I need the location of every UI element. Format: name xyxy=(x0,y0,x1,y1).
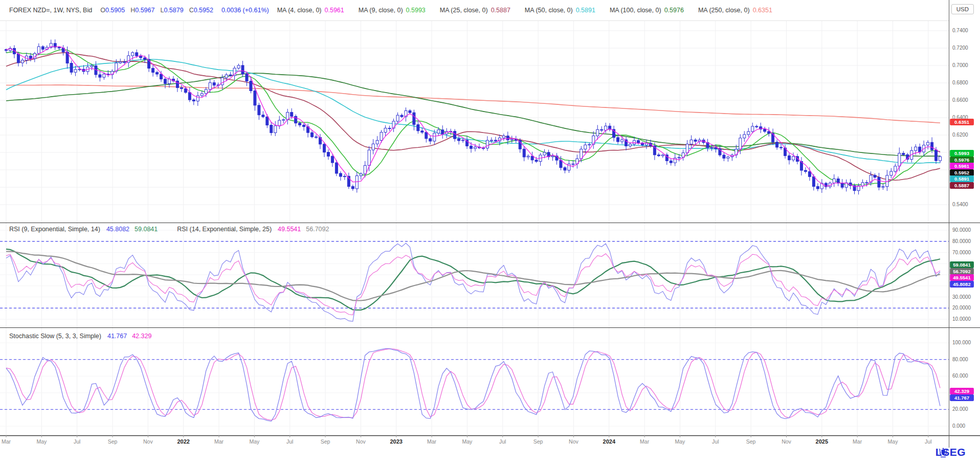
price-tick-label: 0.6200 xyxy=(952,132,968,138)
rsi-tick-label: 30.0000 xyxy=(952,294,971,300)
rsi-badge: 59.0841 xyxy=(950,261,974,268)
legend-value: 59.0841 xyxy=(135,226,158,233)
ma-legend: MA (4, close, 0)0.5961MA (9, close, 0)0.… xyxy=(277,7,772,14)
rsi-badge: 56.7092 xyxy=(950,268,974,275)
time-axis-label: Nov xyxy=(569,438,578,445)
time-axis-label: Nov xyxy=(782,438,791,445)
stoch-tick-label: 0.000 xyxy=(952,423,965,429)
price-tick-label: 0.7200 xyxy=(952,45,968,51)
rsi-tick-label: 70.0000 xyxy=(952,250,971,255)
rsi-panel[interactable] xyxy=(0,223,949,327)
rsi-badge: 49.5541 xyxy=(950,274,974,281)
stoch-tick-label: 80.000 xyxy=(952,357,968,362)
time-axis-label: May xyxy=(888,438,898,445)
legend-value: 45.8082 xyxy=(106,226,129,233)
chart-header: FOREX NZD=, 1W, NYS, Bid O0.5905H0.5967L… xyxy=(0,0,772,20)
time-axis-label: Sep xyxy=(321,438,330,445)
ohlc-values: O0.5905H0.5967L0.5879C0.5952 xyxy=(100,7,213,14)
price-badge: 0.5993 xyxy=(950,150,974,157)
lseg-crest-icon xyxy=(936,446,951,459)
stochastic-legend: Stochastic Slow (5, 3, 3, Simple) 41.767… xyxy=(9,333,151,340)
stochastic-legend-values: 41.76742.329 xyxy=(107,333,151,340)
ma-legend-item-250[interactable]: MA (250, close, 0)0.6351 xyxy=(698,7,772,14)
time-axis-label: Mar xyxy=(640,438,649,445)
currency-selector-button[interactable]: USD xyxy=(951,4,974,14)
time-axis-label: Nov xyxy=(143,438,153,445)
price-badge: 0.5961 xyxy=(950,163,974,169)
time-axis-label: Jul xyxy=(286,438,293,445)
ma-legend-item-9[interactable]: MA (9, close, 0)0.5993 xyxy=(359,7,426,14)
price-tick-label: 0.7000 xyxy=(952,62,968,68)
charting-app: FOREX NZD=, 1W, NYS, Bid O0.5905H0.5967L… xyxy=(0,0,980,463)
ma-legend-item-50[interactable]: MA (50, close, 0)0.5891 xyxy=(525,7,595,14)
time-axis-label: May xyxy=(675,438,685,445)
price-badge: 0.5976 xyxy=(950,157,974,163)
time-axis-label: Jul xyxy=(499,438,506,445)
price-panel[interactable] xyxy=(0,20,949,223)
price-badge: 0.5887 xyxy=(950,182,974,189)
stoch-badge: 41.767 xyxy=(950,394,974,401)
stochastic-legend-title[interactable]: Stochastic Slow (5, 3, 3, Simple) xyxy=(9,333,101,340)
rsi14-legend-values: 49.554156.7092 xyxy=(278,226,329,233)
stoch-tick-label: 60.000 xyxy=(952,373,968,379)
time-axis-label: Jul xyxy=(74,438,80,445)
time-axis-label: Jul xyxy=(712,438,719,445)
rsi9-legend-values: 45.808259.0841 xyxy=(106,226,158,233)
time-axis-label: 2023 xyxy=(390,438,402,445)
rsi-tick-label: 10.0000 xyxy=(952,316,971,322)
legend-value: 49.5541 xyxy=(278,226,301,233)
stoch-tick-label: 20.000 xyxy=(952,406,968,412)
time-axis-label: Nov xyxy=(356,438,366,445)
price-tick-label: 0.6600 xyxy=(952,97,968,103)
stochastic-panel[interactable] xyxy=(0,327,949,435)
instrument-title[interactable]: FOREX NZD=, 1W, NYS, Bid xyxy=(9,7,92,14)
ma-legend-item-100[interactable]: MA (100, close, 0)0.5976 xyxy=(610,7,684,14)
time-axis-label: 2024 xyxy=(603,438,615,445)
lseg-logo: LSEG xyxy=(936,446,966,458)
price-badge: 0.5952 xyxy=(950,169,974,176)
time-axis-label: Mar xyxy=(853,438,862,445)
legend-value: 42.329 xyxy=(132,333,151,340)
stoch-tick-label: 100.000 xyxy=(952,340,971,345)
rsi9-legend-title[interactable]: RSI (9, Exponential, Simple, 14) xyxy=(9,226,100,233)
rsi-legend: RSI (9, Exponential, Simple, 14) 45.8082… xyxy=(9,226,329,233)
rsi-tick-label: 20.0000 xyxy=(952,305,971,311)
time-axis-label: Mar xyxy=(214,438,224,445)
time-axis-label: Mar xyxy=(2,438,11,445)
time-axis-label: Jul xyxy=(925,438,931,445)
time-axis-label: May xyxy=(249,438,259,445)
price-tick-label: 0.7400 xyxy=(952,28,968,33)
stoch-badge: 42.329 xyxy=(950,388,974,394)
price-badge: 0.6351 xyxy=(950,119,974,125)
legend-value: 41.767 xyxy=(107,333,127,340)
ohlc-h: H0.5967 xyxy=(130,7,154,14)
rsi-tick-label: 90.0000 xyxy=(952,227,971,233)
rsi14-legend-title[interactable]: RSI (14, Exponential, Simple, 25) xyxy=(177,226,272,233)
ohlc-o: O0.5905 xyxy=(100,7,125,14)
time-axis-label: Sep xyxy=(533,438,543,445)
ma-legend-item-4[interactable]: MA (4, close, 0)0.5961 xyxy=(277,7,344,14)
time-axis-label: May xyxy=(36,438,47,445)
rsi-badge: 45.8082 xyxy=(950,281,974,288)
rsi-tick-label: 80.0000 xyxy=(952,238,971,244)
change-value: 0.0036 (+0.61%) xyxy=(221,7,269,14)
price-badge: 0.5891 xyxy=(950,175,974,182)
price-tick-label: 0.6800 xyxy=(952,80,968,85)
ma-legend-item-25[interactable]: MA (25, close, 0)0.5887 xyxy=(440,7,510,14)
time-axis-label: Sep xyxy=(108,438,118,445)
ohlc-c: C0.5952 xyxy=(189,7,213,14)
time-axis-label: May xyxy=(462,438,472,445)
time-axis-label: 2025 xyxy=(816,438,828,445)
time-axis-label: 2022 xyxy=(177,438,189,445)
price-tick-label: 0.5400 xyxy=(952,202,968,207)
ohlc-l: L0.5879 xyxy=(160,7,183,14)
time-axis-label: Mar xyxy=(427,438,436,445)
legend-value: 56.7092 xyxy=(306,226,329,233)
time-axis-label: Sep xyxy=(746,438,756,445)
